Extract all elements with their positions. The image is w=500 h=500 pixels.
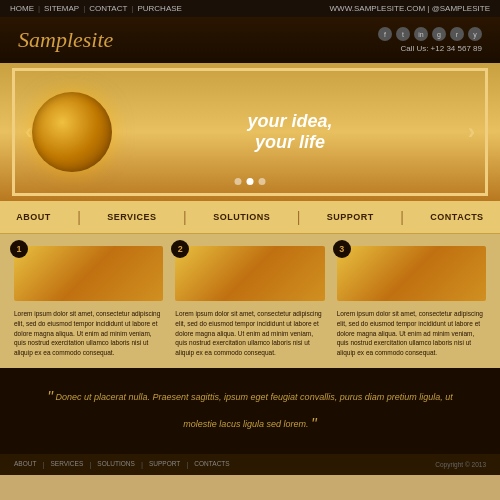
card-1-image: 1: [14, 246, 163, 301]
footer: ABOUT | SERVICES | SOLUTIONS | SUPPORT |…: [0, 454, 500, 475]
footer-nav[interactable]: ABOUT | SERVICES | SOLUTIONS | SUPPORT |…: [14, 460, 230, 469]
top-nav[interactable]: HOME | SITEMAP | CONTACT | PURCHASE: [10, 4, 182, 13]
nav-services[interactable]: SERVICES: [101, 210, 162, 224]
nav-support[interactable]: SUPPORT: [321, 210, 380, 224]
card-3-image: 3: [337, 246, 486, 301]
footer-solutions[interactable]: SOLUTIONS: [97, 460, 135, 469]
open-quote: ": [47, 389, 53, 406]
card-1-text: Lorem ipsum dolor sit amet, consectetur …: [14, 309, 163, 358]
content-area: 1 Lorem ipsum dolor sit amet, consectetu…: [0, 234, 500, 368]
social-youtube[interactable]: y: [468, 27, 482, 41]
dot-2[interactable]: [247, 178, 254, 185]
card-3-text: Lorem ipsum dolor sit amet, consectetur …: [337, 309, 486, 358]
footer-support[interactable]: SUPPORT: [149, 460, 180, 469]
card-1-number: 1: [10, 240, 28, 258]
phone-label: Call Us: [400, 44, 426, 53]
footer-contacts[interactable]: CONTACTS: [194, 460, 229, 469]
nav-solutions[interactable]: SOLUTIONS: [207, 210, 276, 224]
card-3: 3 Lorem ipsum dolor sit amet, consectetu…: [337, 246, 486, 358]
top-nav-purchase[interactable]: PURCHASE: [137, 4, 181, 13]
card-3-number: 3: [333, 240, 351, 258]
social-icons[interactable]: f t in g r y: [378, 27, 482, 41]
top-nav-contact[interactable]: CONTACT: [89, 4, 127, 13]
card-2: 2 Lorem ipsum dolor sit amet, consectetu…: [175, 246, 324, 358]
top-nav-home[interactable]: HOME: [10, 4, 34, 13]
card-1: 1 Lorem ipsum dolor sit amet, consectetu…: [14, 246, 163, 358]
hero-border: ‹ your idea, your life ›: [12, 68, 488, 196]
social-googleplus[interactable]: g: [432, 27, 446, 41]
logo[interactable]: Samplesite: [18, 27, 113, 53]
next-arrow[interactable]: ›: [468, 119, 475, 145]
social-twitter[interactable]: t: [396, 27, 410, 41]
top-nav-sitemap[interactable]: SITEMAP: [44, 4, 79, 13]
footer-about[interactable]: ABOUT: [14, 460, 36, 469]
prev-arrow[interactable]: ‹: [25, 119, 32, 145]
quote-section: " Donec ut placerat nulla. Praesent sagi…: [0, 368, 500, 454]
hero-section: ‹ your idea, your life ›: [0, 63, 500, 201]
copyright: Copyright © 2013: [435, 461, 486, 468]
quote-text: " Donec ut placerat nulla. Praesent sagi…: [30, 384, 470, 438]
header: Samplesite f t in g r y Call Us: +12 34 …: [0, 17, 500, 63]
quote-body: Donec ut placerat nulla. Praesent sagitt…: [55, 392, 452, 429]
social-rss[interactable]: r: [450, 27, 464, 41]
hero-tagline-line1: your idea,: [112, 111, 467, 132]
header-right: f t in g r y Call Us: +12 34 567 89: [378, 27, 482, 53]
phone-number: +12 34 567 89: [431, 44, 482, 53]
carousel-dots: [235, 178, 266, 185]
dot-1[interactable]: [235, 178, 242, 185]
phone: Call Us: +12 34 567 89: [378, 44, 482, 53]
hero-globe: [32, 92, 112, 172]
card-2-text: Lorem ipsum dolor sit amet, consectetur …: [175, 309, 324, 358]
footer-services[interactable]: SERVICES: [50, 460, 83, 469]
top-bar-website: WWW.SAMPLESITE.COM | @SAMPLESITE: [330, 4, 490, 13]
top-bar: HOME | SITEMAP | CONTACT | PURCHASE WWW.…: [0, 0, 500, 17]
card-2-number: 2: [171, 240, 189, 258]
hero-text: your idea, your life: [112, 111, 467, 153]
nav-about[interactable]: ABOUT: [10, 210, 57, 224]
main-nav: ABOUT | SERVICES | SOLUTIONS | SUPPORT |…: [0, 201, 500, 234]
nav-contacts[interactable]: CONTACTS: [424, 210, 489, 224]
dot-3[interactable]: [259, 178, 266, 185]
social-facebook[interactable]: f: [378, 27, 392, 41]
social-linkedin[interactable]: in: [414, 27, 428, 41]
hero-tagline-line2: your life: [112, 132, 467, 153]
card-2-image: 2: [175, 246, 324, 301]
close-quote: ": [311, 416, 317, 433]
